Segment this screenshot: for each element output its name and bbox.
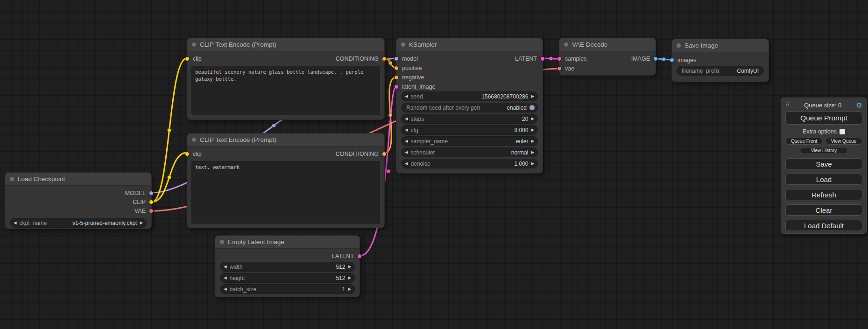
decrement-arrow-icon[interactable]: ◀ [14,221,17,225]
increment-arrow-icon[interactable]: ▶ [531,150,534,154]
output-slot-vae[interactable]: VAE [134,207,154,215]
collapse-dot-icon[interactable] [10,177,14,181]
collapse-dot-icon[interactable] [564,42,568,47]
output-slot-image[interactable]: IMAGE [631,55,658,63]
decrement-arrow-icon[interactable]: ◀ [405,150,408,154]
input-port-icon[interactable] [394,56,399,61]
widget-height[interactable]: ◀ height 512 ▶ [220,273,355,283]
increment-arrow-icon[interactable]: ▶ [531,161,534,166]
input-port-icon[interactable] [557,66,562,71]
decrement-arrow-icon[interactable]: ◀ [224,287,227,291]
input-slot-latent-image[interactable]: latent_image [394,83,436,91]
queue-prompt-button[interactable]: Queue Prompt [785,112,862,125]
input-slot-negative[interactable]: negative [394,73,424,82]
output-port-icon[interactable] [540,56,545,61]
output-port-icon[interactable] [149,191,154,196]
input-port-icon[interactable] [394,84,399,89]
widget-batch-size[interactable]: ◀ batch_size 1 ▶ [220,284,355,294]
output-port-icon[interactable] [382,56,387,61]
output-slot-conditioning[interactable]: CONDITIONING [336,150,387,158]
increment-arrow-icon[interactable]: ▶ [531,139,534,143]
node-title-bar[interactable]: CLIP Text Encode (Prompt) [187,133,384,147]
queue-front-button[interactable]: Queue Front [785,138,823,145]
widget-scheduler[interactable]: ◀ scheduler normal ▶ [401,147,538,157]
widget-filename-prefix[interactable]: filename_prefix ComfyUI [677,66,764,76]
increment-arrow-icon[interactable]: ▶ [140,221,143,225]
input-port-icon[interactable] [394,66,399,70]
output-port-icon[interactable] [357,254,362,259]
output-slot-model[interactable]: MODEL [125,189,154,197]
input-port-icon[interactable] [185,152,190,156]
decrement-arrow-icon[interactable]: ◀ [224,276,227,280]
increment-arrow-icon[interactable]: ▶ [348,287,351,291]
settings-gear-icon[interactable]: ⚙ [856,102,862,109]
output-slot-latent[interactable]: LATENT [515,55,545,63]
widget-width[interactable]: ◀ width 512 ▶ [220,262,355,272]
load-default-button[interactable]: Load Default [785,220,862,231]
output-port-icon[interactable] [149,209,154,213]
clear-button[interactable]: Clear [785,204,862,216]
slot-label: CONDITIONING [336,56,379,62]
decrement-arrow-icon[interactable]: ◀ [405,139,408,143]
input-port-icon[interactable] [557,56,562,61]
node-title-bar[interactable]: KSampler [396,38,543,51]
widget-seed[interactable]: ◀ seed 156680208700286 ▶ [401,91,538,101]
decrement-arrow-icon[interactable]: ◀ [405,161,408,166]
extra-options-checkbox[interactable] [840,129,845,134]
increment-arrow-icon[interactable]: ▶ [531,117,534,121]
view-history-button[interactable]: View History [800,147,847,154]
widget-sampler-name[interactable]: ◀ sampler_name euler ▶ [401,136,538,146]
input-slot-vae[interactable]: vae [557,64,574,73]
node-title-bar[interactable]: Load Checkpoint [5,173,151,186]
output-port-icon[interactable] [653,56,658,61]
decrement-arrow-icon[interactable]: ◀ [224,265,227,269]
widget-value: euler [516,138,529,145]
output-slot-latent[interactable]: LATENT [332,252,362,260]
decrement-arrow-icon[interactable]: ◀ [405,128,408,132]
node-title-bar[interactable]: Save Image [672,39,769,52]
node-graph-canvas[interactable]: Load Checkpoint MODEL CLIP VAE ◀ ckpt_na… [0,0,868,329]
output-slot-clip[interactable]: CLIP [133,198,154,206]
widget-denoise[interactable]: ◀ denoise 1.000 ▶ [401,159,538,168]
output-port-icon[interactable] [382,152,387,156]
input-slot-samples[interactable]: samples [557,55,587,63]
widget-ckpt-name[interactable]: ◀ ckpt_name v1-5-pruned-emaonly.ckpt ▶ [10,218,147,228]
view-queue-button[interactable]: View Queue [825,138,862,145]
input-slot-clip[interactable]: clip [185,150,202,158]
output-slot-conditioning[interactable]: CONDITIONING [336,55,387,63]
widget-name: steps [411,116,424,122]
widget-steps[interactable]: ◀ steps 20 ▶ [401,114,538,124]
input-port-icon[interactable] [394,75,399,80]
input-slot-clip[interactable]: clip [185,55,202,63]
refresh-button[interactable]: Refresh [785,189,862,200]
increment-arrow-icon[interactable]: ▶ [348,276,351,280]
collapse-dot-icon[interactable] [220,240,224,244]
widget-random-seed-toggle[interactable]: Random seed after every gen enabled [401,103,538,112]
collapse-dot-icon[interactable] [192,42,196,47]
node-title-bar[interactable]: CLIP Text Encode (Prompt) [187,38,384,51]
decrement-arrow-icon[interactable]: ◀ [405,117,408,121]
collapse-dot-icon[interactable] [677,43,681,48]
collapse-dot-icon[interactable] [401,42,405,47]
load-button[interactable]: Load [785,174,862,185]
prompt-textarea[interactable]: text, watermark [191,161,380,224]
increment-arrow-icon[interactable]: ▶ [531,94,534,98]
input-slot-images[interactable]: images [670,56,696,64]
node-title-bar[interactable]: Empty Latent Image [215,236,360,249]
toggle-knob-icon[interactable] [529,105,535,110]
prompt-textarea[interactable]: beautiful scenery nature glass bottle la… [191,66,380,115]
decrement-arrow-icon[interactable]: ◀ [405,94,408,98]
input-port-icon[interactable] [670,58,674,63]
widget-cfg[interactable]: ◀ cfg 8.000 ▶ [401,125,538,135]
output-port-icon[interactable] [149,200,154,204]
drag-handle-icon[interactable]: ⠿ [785,102,790,108]
collapse-dot-icon[interactable] [192,138,196,142]
input-slot-model[interactable]: model [394,55,418,63]
increment-arrow-icon[interactable]: ▶ [348,265,351,269]
save-button[interactable]: Save [785,158,862,169]
input-port-icon[interactable] [185,56,190,61]
increment-arrow-icon[interactable]: ▶ [531,128,534,132]
node-title-bar[interactable]: VAE Decode [559,38,656,51]
input-slot-positive[interactable]: positive [394,64,422,72]
node-vae-decode: VAE Decode samples vae IMAGE [559,38,656,76]
